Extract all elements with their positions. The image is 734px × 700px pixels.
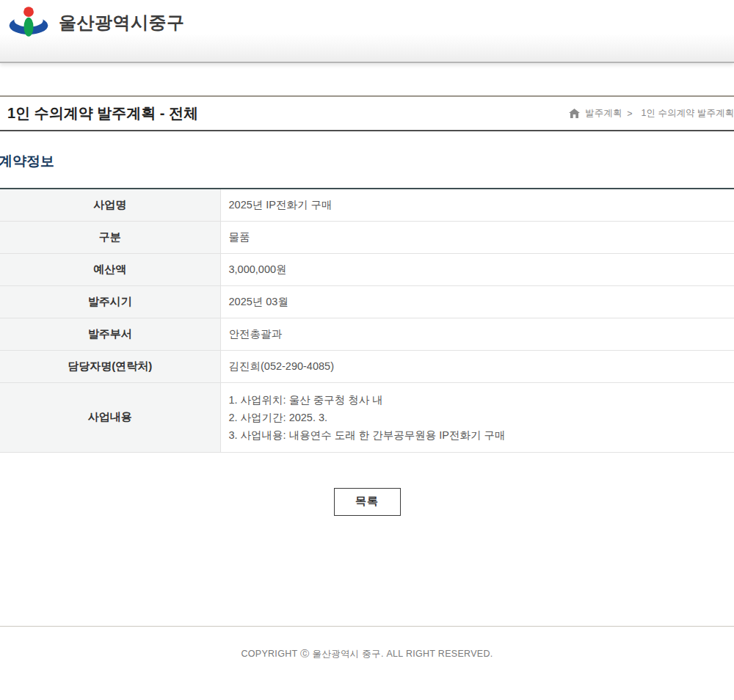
row-value: 3,000,000원: [220, 253, 734, 285]
breadcrumb-parent[interactable]: 발주계획: [585, 107, 622, 120]
copyright-text: COPYRIGHT ⓒ 울산광역시 중구. ALL RIGHT RESERVED…: [0, 648, 734, 660]
section-title: 계약정보: [0, 151, 734, 171]
city-emblem-icon: [9, 6, 48, 40]
page-footer: COPYRIGHT ⓒ 울산광역시 중구. ALL RIGHT RESERVED…: [0, 626, 734, 700]
table-row: 사업명2025년 IP전화기 구매: [0, 189, 734, 221]
breadcrumb-separator: >: [627, 109, 632, 119]
row-label: 사업내용: [0, 382, 220, 452]
breadcrumb: 발주계획 > 1인 수의계약 발주계획: [569, 107, 734, 120]
contract-table-body: 사업명2025년 IP전화기 구매구분물품예산액3,000,000원발주시기20…: [0, 189, 734, 452]
main-content: 1인 수의계약 발주계획 - 전체 발주계획 > 1인 수의계약 발주계획 계약…: [0, 63, 734, 626]
table-row: 담당자명(연락처)김진희(052-290-4085): [0, 350, 734, 382]
list-button[interactable]: 목록: [334, 488, 401, 516]
table-row: 발주부서안전총괄과: [0, 318, 734, 350]
row-value: 김진희(052-290-4085): [220, 350, 734, 382]
row-label: 담당자명(연락처): [0, 350, 220, 382]
button-area: 목록: [0, 488, 734, 516]
row-label: 예산액: [0, 253, 220, 285]
logo[interactable]: 울산광역시중구: [9, 6, 185, 40]
home-icon[interactable]: [569, 109, 580, 118]
row-label: 발주부서: [0, 318, 220, 350]
row-value: 2025년 IP전화기 구매: [220, 189, 734, 221]
row-label: 발주시기: [0, 285, 220, 318]
table-row: 예산액3,000,000원: [0, 253, 734, 285]
row-value: 1. 사업위치: 울산 중구청 청사 내2. 사업기간: 2025. 3.3. …: [220, 382, 734, 452]
row-label: 사업명: [0, 189, 220, 221]
row-value: 안전총괄과: [220, 318, 734, 350]
row-label: 구분: [0, 221, 220, 253]
row-value: 2025년 03월: [220, 285, 734, 318]
table-row: 사업내용1. 사업위치: 울산 중구청 청사 내2. 사업기간: 2025. 3…: [0, 382, 734, 452]
table-row: 발주시기2025년 03월: [0, 285, 734, 318]
site-header: 울산광역시중구: [0, 0, 734, 63]
table-row: 구분물품: [0, 221, 734, 253]
contract-table: 사업명2025년 IP전화기 구매구분물품예산액3,000,000원발주시기20…: [0, 188, 734, 453]
breadcrumb-current: 1인 수의계약 발주계획: [642, 107, 734, 120]
title-bar: 1인 수의계약 발주계획 - 전체 발주계획 > 1인 수의계약 발주계획: [0, 95, 734, 131]
logo-text: 울산광역시중구: [59, 11, 185, 34]
row-value: 물품: [220, 221, 734, 253]
page-title: 1인 수의계약 발주계획 - 전체: [0, 103, 198, 123]
